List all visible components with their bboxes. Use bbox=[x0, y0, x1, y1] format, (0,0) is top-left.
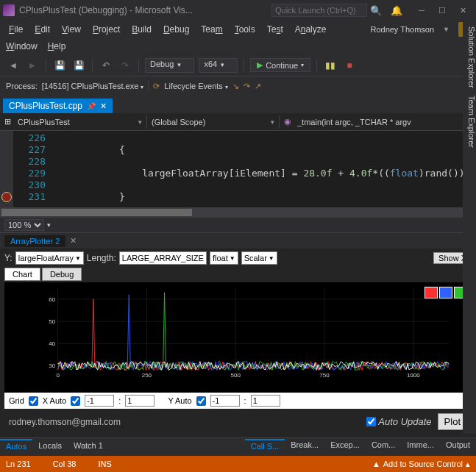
function-combo[interactable]: ◉ _tmain(int argc, _TCHAR * argv▾ bbox=[280, 115, 476, 129]
xmin-input[interactable] bbox=[85, 395, 114, 407]
nav-back-button[interactable]: ◄ bbox=[6, 58, 21, 73]
stop-button[interactable]: ■ bbox=[342, 58, 357, 73]
step-out-button[interactable]: ↗ bbox=[255, 82, 261, 91]
menu-view[interactable]: View bbox=[56, 22, 87, 37]
zoom-dropdown[interactable]: 100 % bbox=[4, 219, 44, 231]
config-dropdown[interactable]: Debug ▼ bbox=[145, 58, 194, 73]
platform-dropdown[interactable]: x64 ▼ bbox=[199, 58, 238, 73]
editor-h-scrollbar[interactable] bbox=[0, 207, 476, 218]
menu-window[interactable]: Window bbox=[6, 41, 38, 51]
auto-update-checkbox[interactable] bbox=[366, 417, 376, 426]
lifecycle-icon[interactable]: ⟳ bbox=[153, 82, 160, 91]
glyph-margin[interactable] bbox=[0, 131, 13, 207]
tab-breakpoints[interactable]: Break... bbox=[285, 439, 324, 452]
plotter-close-icon[interactable]: ✕ bbox=[70, 236, 77, 246]
line-numbers: 226227228229230231 bbox=[13, 131, 50, 207]
svg-text:30: 30 bbox=[49, 362, 55, 369]
status-bar: Ln 231 Col 38 INS ▲ Add to Source Contro… bbox=[0, 456, 476, 472]
continue-button[interactable]: ▶Continue ▾ bbox=[250, 58, 310, 72]
menu-build[interactable]: Build bbox=[126, 22, 157, 37]
close-button[interactable]: ✕ bbox=[452, 3, 473, 18]
menu-project[interactable]: Project bbox=[87, 22, 126, 37]
function-icon: ◉ bbox=[284, 117, 294, 127]
tab-watch[interactable]: Watch 1 bbox=[68, 440, 109, 451]
scope-combo[interactable]: (Global Scope)▾ bbox=[147, 115, 280, 129]
menu-tools[interactable]: Tools bbox=[229, 22, 261, 37]
length-label: Length: bbox=[87, 253, 116, 263]
undo-button[interactable]: ↶ bbox=[99, 58, 113, 73]
length-combo[interactable]: LARGE_ARRAY_SIZE bbox=[119, 251, 207, 265]
tab-close-icon[interactable]: ✕ bbox=[100, 101, 107, 111]
debug-tab[interactable]: Debug bbox=[42, 268, 82, 281]
chart-svg: 3040506002505007501000 bbox=[26, 287, 467, 379]
status-line: Ln 231 bbox=[6, 460, 31, 468]
source-control-button[interactable]: ▲ Add to Source Control ▴ bbox=[372, 460, 470, 469]
yauto-checkbox[interactable] bbox=[196, 396, 206, 406]
ymax-input[interactable] bbox=[251, 395, 280, 407]
search-icon[interactable]: 🔍 bbox=[370, 5, 382, 16]
file-tab[interactable]: CPlusPlusTest.cpp 📌 ✕ bbox=[3, 99, 113, 113]
menu-test[interactable]: Test bbox=[261, 22, 289, 37]
file-tab-label: CPlusPlusTest.cpp bbox=[9, 101, 82, 111]
y-expr-combo[interactable]: largeFloatArray ▼ bbox=[15, 251, 84, 265]
quick-launch-input[interactable] bbox=[271, 4, 367, 17]
tab-callstack[interactable]: Call S... bbox=[245, 439, 285, 452]
chart-area[interactable]: 3040506002505007501000 bbox=[4, 282, 472, 393]
type-combo[interactable]: float ▼ bbox=[210, 251, 238, 265]
auto-update-label[interactable]: Auto Update bbox=[366, 416, 431, 427]
ymin-input[interactable] bbox=[210, 395, 240, 407]
chart-tab[interactable]: Chart bbox=[4, 268, 40, 281]
menu-analyze[interactable]: Analyze bbox=[289, 22, 333, 37]
plotter-tab[interactable]: ArrayPlotter 2 bbox=[4, 235, 65, 247]
code-editor[interactable]: 226227228229230231 { largeFloatArray[iEl… bbox=[0, 131, 476, 207]
svg-text:50: 50 bbox=[49, 318, 55, 325]
step-into-button[interactable]: ↘ bbox=[232, 82, 239, 91]
status-col: Col 38 bbox=[53, 460, 77, 468]
xmax-input[interactable] bbox=[125, 395, 154, 407]
array-plotter: Y: largeFloatArray ▼ Length: LARGE_ARRAY… bbox=[0, 248, 476, 437]
redo-button[interactable]: ↷ bbox=[118, 58, 132, 73]
xauto-checkbox[interactable] bbox=[71, 396, 80, 406]
lifecycle-dropdown[interactable]: Lifecycle Events ▾ bbox=[164, 82, 228, 90]
team-explorer-tab[interactable]: Team Explorer bbox=[463, 96, 476, 148]
menu-help[interactable]: Help bbox=[48, 41, 66, 51]
scalar-combo[interactable]: Scalar ▼ bbox=[241, 251, 277, 265]
notification-icon[interactable]: 🔔 bbox=[391, 5, 402, 16]
vs-logo-icon bbox=[3, 4, 15, 16]
maximize-button[interactable]: ☐ bbox=[432, 3, 452, 18]
pin-icon[interactable]: 📌 bbox=[87, 102, 96, 110]
tab-command[interactable]: Com... bbox=[366, 439, 401, 452]
menu-debug[interactable]: Debug bbox=[157, 22, 195, 37]
tab-exceptions[interactable]: Excep... bbox=[324, 439, 366, 452]
svg-text:40: 40 bbox=[49, 340, 55, 347]
solution-explorer-tab[interactable]: Solution Explorer bbox=[463, 26, 476, 88]
scope-bar: ⊞ CPlusPlusTest▾ (Global Scope)▾ ◉ _tmai… bbox=[0, 113, 476, 131]
svg-text:750: 750 bbox=[319, 372, 330, 379]
main-toolbar: ◄ ► 💾 💾 ↶ ↷ Debug ▼ x64 ▼ ▶Continue ▾ ▮▮… bbox=[0, 54, 476, 76]
menu-edit[interactable]: Edit bbox=[29, 22, 56, 37]
project-icon: ⊞ bbox=[4, 117, 15, 127]
breakpoint-icon[interactable] bbox=[1, 192, 12, 202]
author-email: rodney.thomson@gmail.com bbox=[9, 417, 121, 427]
project-combo[interactable]: ⊞ CPlusPlusTest▾ bbox=[0, 115, 147, 129]
play-icon: ▶ bbox=[257, 60, 263, 70]
minimize-button[interactable]: ─ bbox=[411, 3, 432, 18]
user-name[interactable]: Rodney Thomson bbox=[364, 23, 437, 36]
process-dropdown[interactable]: [14516] CPlusPlusTest.exe ▾ bbox=[42, 82, 144, 90]
menu-team[interactable]: Team bbox=[195, 22, 228, 37]
tab-locals[interactable]: Locals bbox=[32, 440, 68, 451]
menu-bar-2: Window Help bbox=[0, 38, 476, 54]
nav-fwd-button[interactable]: ► bbox=[25, 58, 40, 73]
tab-immediate[interactable]: Imme... bbox=[401, 439, 440, 452]
code-area[interactable]: { largeFloatArray[iElement] = 28.0f + 4.… bbox=[50, 131, 476, 207]
step-over-button[interactable]: ↷ bbox=[244, 82, 250, 91]
legend-blue bbox=[439, 287, 452, 298]
break-all-button[interactable]: ▮▮ bbox=[323, 58, 338, 73]
status-ins: INS bbox=[98, 460, 111, 468]
grid-checkbox[interactable] bbox=[29, 396, 38, 406]
tab-output[interactable]: Output bbox=[440, 439, 476, 452]
save-all-button[interactable]: 💾 bbox=[71, 58, 86, 73]
menu-file[interactable]: File bbox=[3, 22, 29, 37]
save-button[interactable]: 💾 bbox=[52, 58, 67, 73]
tab-autos[interactable]: Autos bbox=[0, 439, 32, 452]
